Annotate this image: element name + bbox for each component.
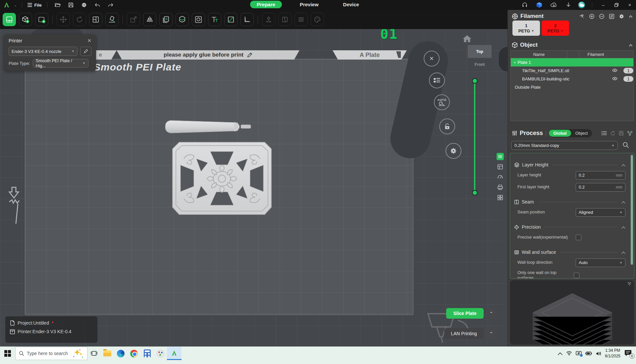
calculator-button[interactable] <box>140 347 154 360</box>
collapse-filament-icon[interactable] <box>629 14 633 18</box>
lan-printing-button[interactable]: LAN Printing <box>444 328 484 339</box>
tray-expand-icon[interactable] <box>558 352 562 355</box>
text-tool-button[interactable] <box>208 13 221 26</box>
object-row-outside-plate[interactable]: Outside Plate <box>511 83 633 91</box>
redo-button[interactable] <box>106 1 116 9</box>
scope-global-button[interactable]: Global <box>549 130 571 137</box>
sync-filament-icon[interactable] <box>609 14 614 19</box>
collapse-group-icon[interactable] <box>621 162 625 168</box>
process-quick-button[interactable] <box>497 153 504 160</box>
rotate-tool-button[interactable] <box>73 13 86 26</box>
split-to-objects-button[interactable] <box>176 13 189 26</box>
clone-tool-button[interactable] <box>159 13 173 26</box>
first-layer-height-input[interactable]: 0.2 mm <box>576 183 625 192</box>
collapse-group-icon[interactable] <box>621 199 625 205</box>
plate-preview-panel[interactable] <box>510 280 634 345</box>
plate-name-tab[interactable]: A Plate <box>333 50 407 60</box>
scope-object-button[interactable]: Object <box>571 130 592 137</box>
object-row-plate-1[interactable]: ▾ Plate 1 <box>511 58 633 67</box>
add-object-button[interactable] <box>19 13 32 26</box>
group-wall-and-surface[interactable]: Wall and surface <box>514 249 625 255</box>
seam-painting-button[interactable] <box>278 13 292 26</box>
taskbar-clock[interactable]: 1:34 PM 6/1/2025 <box>605 348 620 359</box>
clipping-slider-track[interactable] <box>474 80 475 193</box>
paint-button[interactable] <box>154 347 167 360</box>
parameter-table-icon[interactable] <box>601 131 607 136</box>
battery-icon[interactable] <box>585 351 592 355</box>
save-button[interactable] <box>66 1 76 9</box>
tab-device[interactable]: Device <box>337 1 366 8</box>
view-top-button[interactable]: Top <box>468 45 492 58</box>
collapse-object-icon[interactable] <box>629 43 633 47</box>
object-row-tikitile[interactable]: TikiTile_Half_SIMPLE.stl 1 <box>511 67 633 75</box>
visibility-eye-icon[interactable] <box>612 76 617 81</box>
arrange-button[interactable] <box>89 13 102 26</box>
printer-plate-button[interactable] <box>3 13 16 26</box>
expand-triangle-icon[interactable]: ▾ <box>514 61 516 64</box>
objects-table-quick-button[interactable] <box>497 163 504 170</box>
home-view-icon[interactable] <box>462 34 472 43</box>
model-tile[interactable] <box>171 140 273 217</box>
notification-center-button[interactable]: 6 <box>624 349 633 357</box>
window-minimize-button[interactable]: – <box>599 1 608 9</box>
split-to-parts-button[interactable] <box>192 13 205 26</box>
auto-orient-button[interactable]: AUTO <box>434 94 450 110</box>
filament-slot-2[interactable]: 2 PETG ▼ <box>542 21 569 36</box>
filament-slot-1[interactable]: 1 PETG ▼ <box>512 21 540 36</box>
download-icon[interactable] <box>563 1 573 9</box>
group-precision[interactable]: Precision <box>514 224 625 230</box>
taskbar-search[interactable]: Type here to search <box>15 347 87 360</box>
open-file-button[interactable] <box>53 1 63 9</box>
search-preset-icon[interactable] <box>622 142 629 150</box>
precise-wall-checkbox[interactable] <box>576 235 581 240</box>
edit-pencil-icon[interactable] <box>247 52 252 58</box>
slicer-app-taskbar-button[interactable] <box>167 347 182 360</box>
group-layer-height[interactable]: Layer Height <box>514 162 625 168</box>
slice-options-button[interactable]: ⌃ <box>486 308 497 319</box>
process-preset-select[interactable]: 0.20mm Standard-copy ▼ <box>511 141 618 150</box>
slice-plate-button[interactable]: Slice Plate <box>446 308 484 319</box>
filament-settings-gear-icon[interactable] <box>619 14 624 19</box>
save-preset-icon[interactable] <box>619 131 624 136</box>
add-filament-icon[interactable] <box>589 14 595 19</box>
remove-filament-icon[interactable] <box>599 14 605 19</box>
seam-position-select[interactable]: Aligned ▼ <box>576 208 625 217</box>
edit-printer-button[interactable] <box>80 47 91 56</box>
support-headset-icon[interactable] <box>520 1 530 9</box>
tab-prepare[interactable]: Prepare <box>250 1 282 8</box>
scale-tool-button[interactable] <box>127 13 140 26</box>
filament-assign-badge[interactable]: 1 <box>623 68 633 73</box>
window-maximize-button[interactable] <box>612 1 621 9</box>
window-close-button[interactable]: × <box>625 1 634 9</box>
layer-height-input[interactable]: 0.2 mm <box>576 171 625 180</box>
glue-warning-tab[interactable]: please apply glue before print <box>117 50 299 60</box>
print-options-button[interactable]: ⌃ <box>486 328 497 339</box>
printer-quick-button[interactable] <box>497 184 504 191</box>
object-row-bambuildi[interactable]: BAMBUILDI-building-stic 1 <box>511 75 633 83</box>
start-button[interactable] <box>0 347 15 360</box>
blocks-quick-button[interactable] <box>497 194 504 201</box>
model-stick[interactable] <box>164 118 254 136</box>
file-menu[interactable]: File <box>27 3 41 8</box>
support-painting-button[interactable] <box>262 13 275 26</box>
visibility-eye-icon[interactable] <box>612 68 617 73</box>
filament-assign-badge[interactable]: 1 <box>623 76 633 82</box>
cut-tool-button[interactable] <box>224 13 238 26</box>
measure-tool-button[interactable] <box>240 13 254 26</box>
plate-type-select[interactable]: Smooth PEI Plate / Hig... ▼ <box>33 59 88 68</box>
group-seam[interactable]: Seam <box>514 199 625 205</box>
printer-panel-close-icon[interactable]: ✕ <box>87 38 91 44</box>
ironing-button[interactable] <box>294 13 308 26</box>
parameter-flow-icon[interactable] <box>627 131 633 136</box>
edge-button[interactable] <box>114 347 127 360</box>
reset-preset-icon[interactable] <box>610 131 615 136</box>
collapse-group-icon[interactable] <box>621 249 625 255</box>
printer-preset-select[interactable]: Ender-3 V3 KE-0.4 nozzle ▼ <box>9 47 78 56</box>
flush-faucet-icon[interactable] <box>579 14 585 19</box>
clipping-slider-handle-top[interactable] <box>472 78 478 84</box>
speed-quick-button[interactable] <box>497 173 504 181</box>
cloud-upload-icon[interactable] <box>549 1 559 9</box>
lay-on-face-button[interactable] <box>105 13 119 26</box>
model-store-icon[interactable] <box>534 1 544 9</box>
logo-dropdown-icon[interactable]: ⌄ <box>14 3 17 7</box>
